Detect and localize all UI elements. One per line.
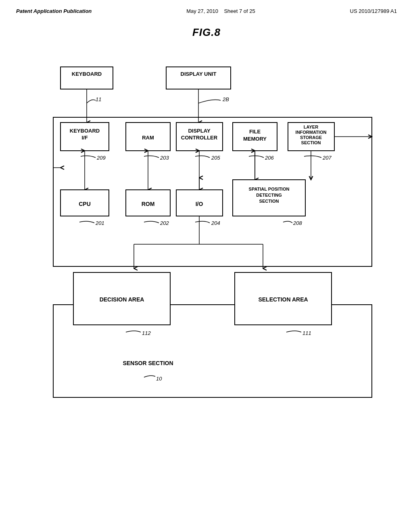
svg-text:INFORMATION: INFORMATION [296,130,327,135]
svg-text:I/F: I/F [81,135,88,141]
svg-text:11: 11 [96,96,101,102]
page: Patent Application Publication May 27, 2… [0,0,413,426]
svg-text:SECTION: SECTION [301,140,321,145]
svg-text:DECISION AREA: DECISION AREA [100,296,144,303]
svg-text:KEYBOARD: KEYBOARD [70,128,100,134]
svg-text:205: 205 [211,155,220,161]
svg-text:LAYER: LAYER [304,125,318,129]
svg-text:2B: 2B [222,96,229,102]
diagram-svg: KEYBOARD 11 DISPLAY UNIT 2B KEYBOARD I/F… [33,55,380,418]
svg-text:SENSOR SECTION: SENSOR SECTION [123,360,173,366]
svg-text:FILE: FILE [249,129,261,135]
svg-text:STORAGE: STORAGE [300,135,322,140]
svg-text:I/O: I/O [196,201,203,207]
svg-text:DETECTING: DETECTING [256,193,282,197]
svg-text:SECTION: SECTION [259,199,279,204]
svg-text:203: 203 [160,155,169,161]
svg-text:201: 201 [95,220,104,226]
svg-text:ROM: ROM [142,201,155,207]
svg-text:111: 111 [302,330,311,336]
svg-text:DISPLAY UNIT: DISPLAY UNIT [181,71,217,77]
svg-text:KEYBOARD: KEYBOARD [72,71,102,77]
svg-text:DISPLAY: DISPLAY [188,128,210,134]
svg-text:208: 208 [293,220,302,226]
svg-text:CONTROLLER: CONTROLLER [181,135,218,141]
header-publication-label: Patent Application Publication [16,8,92,14]
svg-text:SPATIAL POSITION: SPATIAL POSITION [249,187,290,191]
figure-title: FIG.8 [16,26,397,39]
page-header: Patent Application Publication May 27, 2… [16,8,397,14]
header-patent-number: US 2010/127989 A1 [350,8,397,14]
svg-text:SELECTION AREA: SELECTION AREA [258,296,308,303]
svg-text:10: 10 [156,376,162,382]
svg-rect-44 [233,180,305,216]
svg-text:112: 112 [142,330,151,336]
svg-rect-0 [60,67,113,89]
svg-text:204: 204 [211,220,220,226]
svg-text:206: 206 [265,155,274,161]
svg-text:209: 209 [96,155,106,161]
svg-text:RAM: RAM [142,135,154,141]
svg-text:202: 202 [160,220,169,226]
svg-rect-3 [166,67,231,89]
svg-text:207: 207 [322,155,332,161]
svg-text:CPU: CPU [79,201,91,207]
svg-text:MEMORY: MEMORY [243,136,267,142]
header-date-sheet: May 27, 2010 Sheet 7 of 25 [186,8,255,14]
